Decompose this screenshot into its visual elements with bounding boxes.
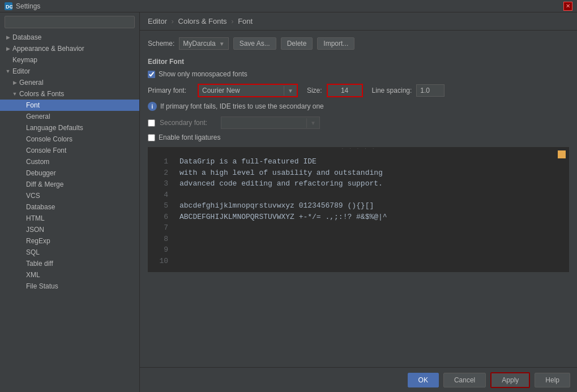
sidebar-item-keymap[interactable]: Keymap <box>0 54 139 66</box>
import-button[interactable]: Import... <box>317 37 354 50</box>
sidebar-item-regexp[interactable]: RegExp <box>0 235 139 247</box>
sidebar-item-general[interactable]: General <box>0 77 139 88</box>
sidebar-item-file-status[interactable]: File Status <box>0 281 139 292</box>
collapse-arrow <box>5 34 11 41</box>
collapse-arrow <box>5 68 11 75</box>
cancel-button[interactable]: Cancel <box>443 373 486 387</box>
sidebar-item-colors-fonts[interactable]: Colors & Fonts <box>0 88 139 100</box>
sidebar-item-html[interactable]: HTML <box>0 213 139 224</box>
help-button[interactable]: Help <box>535 373 570 387</box>
primary-font-arrow[interactable]: ▼ <box>284 86 297 96</box>
save-as-button[interactable]: Save As... <box>233 37 276 50</box>
secondary-font-dropdown[interactable]: ▼ <box>221 117 320 129</box>
breadcrumb: Editor › Colors & Fonts › Font <box>140 12 577 31</box>
sidebar-item-general2[interactable]: General <box>0 111 139 122</box>
sidebar-item-font[interactable]: Font <box>0 100 139 111</box>
secondary-font-label: Secondary font: <box>160 119 216 127</box>
scheme-dropdown[interactable]: MyDarcula ▼ <box>179 37 228 50</box>
sidebar-item-editor[interactable]: Editor <box>0 66 139 77</box>
sidebar-item-xml[interactable]: XML <box>0 269 139 281</box>
scheme-value: MyDarcula <box>183 40 215 48</box>
app-icon: DG <box>5 2 12 10</box>
primary-font-dropdown[interactable]: ▼ <box>198 84 298 97</box>
sidebar: Database Appearance & Behavior Keymap Ed… <box>0 12 140 392</box>
size-field[interactable] <box>327 84 363 97</box>
resize-handle[interactable]: · · · · · <box>148 147 569 149</box>
sidebar-item-console-colors[interactable]: Console Colors <box>0 133 139 145</box>
close-button[interactable]: ✕ <box>563 2 572 11</box>
content-area: Editor › Colors & Fonts › Font Scheme: M… <box>140 12 577 392</box>
sidebar-item-vcs[interactable]: VCS <box>0 190 139 201</box>
search-input[interactable] <box>5 16 135 28</box>
code-content: DataGrip is a full-featured IDE with a h… <box>173 156 394 266</box>
sidebar-item-database2[interactable]: Database <box>0 201 139 213</box>
line-numbers: 1 2 3 4 5 6 7 8 9 10 <box>150 156 173 266</box>
editor-font-title: Editor Font <box>148 58 569 66</box>
titlebar: DG Settings ✕ <box>0 0 577 12</box>
settings-panel: Scheme: MyDarcula ▼ Save As... Delete Im… <box>140 31 577 367</box>
info-row: i If primary font fails, IDE tries to us… <box>148 102 569 111</box>
monospace-label: Show only monospaced fonts <box>159 70 247 78</box>
sidebar-item-language-defaults[interactable]: Language Defaults <box>0 122 139 133</box>
sidebar-item-diff-merge[interactable]: Diff & Merge <box>0 179 139 190</box>
info-icon: i <box>148 102 157 111</box>
info-text: If primary font fails, IDE tries to use … <box>160 102 324 110</box>
primary-font-input[interactable] <box>199 85 284 96</box>
secondary-checkbox[interactable] <box>148 119 155 127</box>
sidebar-item-sql[interactable]: SQL <box>0 247 139 258</box>
collapse-arrow <box>11 79 18 86</box>
bottom-bar: OK Cancel Apply Help <box>140 367 577 392</box>
monospace-row: Show only monospaced fonts <box>148 70 569 78</box>
svg-text:DG: DG <box>6 4 12 10</box>
code-preview: · · · · · 1 2 3 4 5 6 7 8 9 10 <box>148 147 569 272</box>
linespacing-input[interactable] <box>416 84 444 97</box>
sidebar-item-console-font[interactable]: Console Font <box>0 145 139 156</box>
scheme-dropdown-arrow: ▼ <box>219 41 225 47</box>
delete-button[interactable]: Delete <box>281 37 313 50</box>
sidebar-item-custom[interactable]: Custom <box>0 156 139 167</box>
secondary-font-arrow[interactable]: ▼ <box>306 118 319 128</box>
primary-font-row: Primary font: ▼ Size: Line spacing: <box>148 84 569 97</box>
monospace-checkbox[interactable] <box>148 71 155 78</box>
apply-button[interactable]: Apply <box>490 372 530 388</box>
ligatures-checkbox[interactable] <box>148 134 155 141</box>
sidebar-item-json[interactable]: JSON <box>0 224 139 235</box>
ligatures-row: Enable font ligatures <box>148 133 569 141</box>
ligatures-label: Enable font ligatures <box>159 133 220 141</box>
window-title: Settings <box>16 2 40 10</box>
secondary-font-row: Secondary font: ▼ <box>148 117 569 129</box>
primary-font-label: Primary font: <box>148 87 193 94</box>
collapse-arrow <box>5 45 11 52</box>
search-area <box>0 12 139 32</box>
collapse-arrow <box>11 91 18 97</box>
ok-button[interactable]: OK <box>408 373 439 387</box>
sidebar-item-table-diff[interactable]: Table diff <box>0 258 139 269</box>
size-label: Size: <box>307 87 322 94</box>
scheme-label: Scheme: <box>148 40 174 48</box>
sidebar-item-appearance-behavior[interactable]: Appearance & Behavior <box>0 43 139 54</box>
sidebar-item-debugger[interactable]: Debugger <box>0 167 139 179</box>
linespacing-label: Line spacing: <box>372 87 412 94</box>
size-input[interactable] <box>328 85 362 96</box>
sidebar-item-database[interactable]: Database <box>0 32 139 43</box>
orange-indicator <box>558 150 566 158</box>
secondary-font-input[interactable] <box>221 117 306 128</box>
